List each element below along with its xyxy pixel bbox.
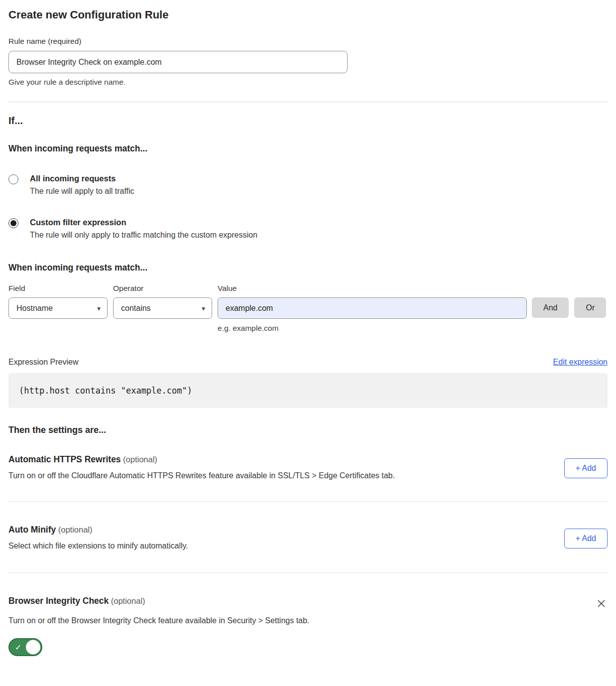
setting-name: Browser Integrity Check (8, 596, 109, 606)
browser-integrity-toggle[interactable]: ✓ (8, 638, 42, 656)
value-label: Value (218, 284, 527, 293)
chevron-down-icon: ▾ (202, 305, 205, 312)
check-icon: ✓ (15, 643, 21, 652)
divider (8, 572, 608, 573)
setting-name: Auto Minify (8, 525, 56, 535)
add-automatic-https-rewrites-button[interactable]: + Add (564, 458, 608, 478)
x-icon (596, 598, 607, 609)
expression-builder-heading: When incoming requests match... (8, 263, 608, 273)
expression-code-text: (http.host contains "example.com") (19, 386, 192, 396)
if-heading: If... (8, 114, 608, 127)
expression-preview-code: (http.host contains "example.com") (8, 373, 608, 408)
create-configuration-rule-page: Create new Configuration Rule Rule name … (0, 0, 616, 662)
radio-option-label: All incoming requests (30, 174, 134, 183)
expression-preview-label: Expression Preview (8, 358, 79, 367)
divider (8, 501, 608, 502)
field-select[interactable]: Hostname ▾ (8, 297, 108, 319)
close-icon[interactable] (595, 597, 608, 610)
expression-builder: Field Hostname ▾ Operator contains ▾ Val… (8, 284, 608, 333)
operator-select-value: contains (121, 304, 151, 313)
setting-auto-minify: Auto Minify (optional) Select which file… (8, 525, 608, 550)
rule-name-label: Rule name (required) (8, 37, 608, 46)
setting-browser-integrity-check: Browser Integrity Check (optional) (8, 596, 608, 610)
setting-optional-tag: (optional) (123, 455, 157, 464)
edit-expression-link[interactable]: Edit expression (553, 358, 608, 367)
radio-option-label: Custom filter expression (30, 218, 257, 227)
and-button[interactable]: And (532, 297, 569, 318)
setting-automatic-https-rewrites: Automatic HTTPS Rewrites (optional) Turn… (8, 454, 608, 480)
rule-name-help: Give your rule a descriptive name. (8, 78, 608, 87)
setting-optional-tag: (optional) (111, 596, 145, 605)
setting-name: Automatic HTTPS Rewrites (8, 454, 121, 464)
setting-description: Turn on or off the Browser Integrity Che… (8, 616, 608, 625)
divider (8, 102, 608, 102)
operator-label: Operator (113, 284, 212, 293)
field-label: Field (8, 284, 108, 293)
rule-name-input[interactable] (8, 51, 348, 73)
field-select-value: Hostname (16, 304, 53, 313)
setting-description: Turn on or off the Cloudflare Automatic … (8, 471, 395, 480)
setting-optional-tag: (optional) (58, 525, 93, 534)
match-heading: When incoming requests match... (8, 143, 608, 154)
radio-option-description: The rule will only apply to traffic matc… (30, 231, 257, 240)
radio-option-description: The rule will apply to all traffic (30, 187, 134, 196)
value-input[interactable] (218, 297, 527, 319)
or-button[interactable]: Or (574, 297, 606, 318)
value-help: e.g. example.com (218, 324, 527, 333)
radio-button-unselected[interactable] (8, 174, 18, 184)
page-title: Create new Configuration Rule (8, 8, 608, 22)
radio-button-selected[interactable] (8, 218, 18, 228)
then-settings-heading: Then the settings are... (8, 425, 608, 435)
toggle-knob (26, 640, 40, 655)
operator-select[interactable]: contains ▾ (113, 297, 212, 319)
radio-option-custom-filter-expression[interactable]: Custom filter expression The rule will o… (8, 218, 608, 240)
setting-description: Select which file extensions to minify a… (8, 542, 188, 550)
add-auto-minify-button[interactable]: + Add (564, 529, 608, 549)
chevron-down-icon: ▾ (97, 305, 101, 312)
radio-option-all-incoming-requests[interactable]: All incoming requests The rule will appl… (8, 174, 608, 196)
